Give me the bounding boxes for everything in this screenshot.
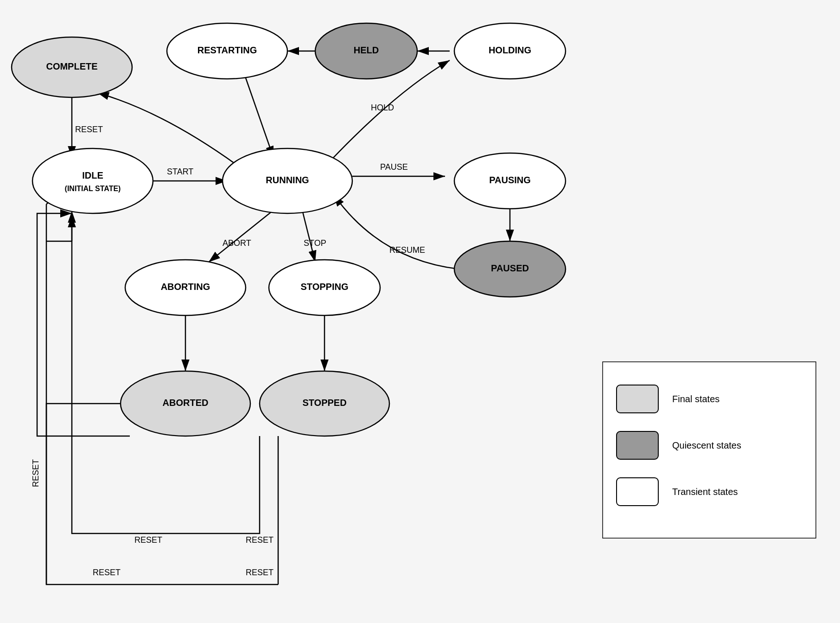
label-reset-complete: RESET (75, 125, 103, 134)
diagram-container: RESTART HOLD RESET START PAUSE RESUME AB… (0, 0, 840, 623)
label-held: HELD (354, 45, 379, 55)
label-holding: HOLDING (489, 45, 531, 55)
legend-rect-quiescent (617, 431, 658, 459)
legend-rect-transient (617, 478, 658, 506)
label-aborting: ABORTING (161, 282, 210, 292)
arrow-restarting-running (246, 78, 274, 158)
label-hold: HOLD (371, 103, 394, 112)
legend-label-transient: Transient states (672, 487, 738, 497)
label-stop: STOP (304, 238, 326, 248)
arrow-running-aborting (209, 206, 278, 262)
legend-label-final: Final states (672, 394, 719, 404)
line-aborted-to-idle (37, 213, 130, 436)
label-reset-left: RESET (31, 459, 40, 487)
label-aborted: ABORTED (163, 398, 209, 408)
label-complete: COMPLETE (46, 61, 97, 71)
label-restarting: RESTARTING (197, 45, 257, 55)
label-pausing: PAUSING (489, 175, 531, 185)
label-stopping: STOPPING (301, 282, 349, 292)
label-start: START (167, 167, 193, 176)
label-stopped: STOPPED (302, 398, 346, 408)
legend-rect-final (617, 385, 658, 413)
label-reset-aborted: RESET (93, 568, 121, 577)
label-resume: RESUME (389, 245, 425, 255)
label-idle-sub: (INITIAL STATE) (65, 185, 121, 193)
label-running: RUNNING (266, 175, 309, 185)
label-idle: IDLE (82, 170, 103, 180)
label-abort: ABORT (223, 238, 251, 248)
legend-label-quiescent: Quiescent states (672, 440, 741, 450)
arrow-running-stopping (301, 206, 315, 262)
label-paused: PAUSED (491, 263, 529, 273)
arrow-paused-running (334, 195, 459, 269)
label-reset-stopped: RESET (246, 568, 274, 577)
state-idle (32, 148, 153, 213)
label-pause: PAUSE (380, 162, 408, 172)
label-reset-bottom-stopped: RESET (246, 535, 274, 545)
label-reset-bottom-aborted: RESET (134, 535, 162, 545)
